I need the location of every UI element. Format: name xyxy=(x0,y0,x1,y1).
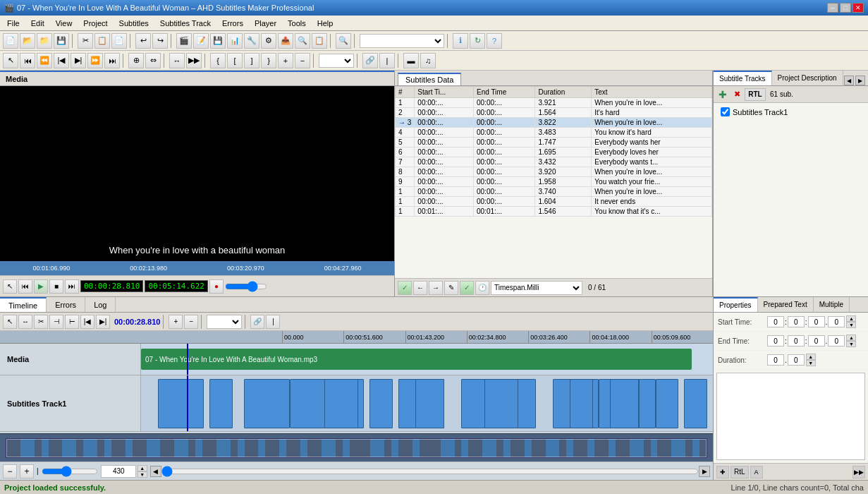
arrow-left-btn[interactable]: ← xyxy=(413,281,427,295)
table-row[interactable]: 100:00:...00:00:...3.740When you're in l… xyxy=(396,187,712,197)
sub-bar[interactable] xyxy=(209,379,232,428)
arrow-right-btn[interactable]: → xyxy=(429,281,443,295)
snap-combo[interactable] xyxy=(319,54,354,68)
tl-add-btn[interactable]: + xyxy=(169,315,183,329)
next-frame-button[interactable]: ⏭ xyxy=(104,53,120,68)
tab-multiple[interactable]: Multiple xyxy=(814,297,850,312)
restore-button[interactable]: □ xyxy=(840,3,851,13)
save-sub-button[interactable]: 💾 xyxy=(210,33,226,49)
end-ms[interactable] xyxy=(828,335,845,347)
cursor2-button[interactable]: | xyxy=(379,53,395,68)
prop-tool-1[interactable]: ✚ xyxy=(716,466,729,478)
left-point-button[interactable]: ↔ xyxy=(169,53,185,68)
track-item-1[interactable]: Subtitles Track1 xyxy=(716,106,865,118)
menu-help[interactable]: Help xyxy=(312,18,339,29)
sub-bar[interactable] xyxy=(244,379,290,428)
tl-cursor2-btn[interactable]: | xyxy=(266,315,280,329)
sub-bar[interactable] xyxy=(369,379,392,428)
table-row[interactable]: 700:00:...00:00:...3.432Everybody wants … xyxy=(396,157,712,167)
redo-button[interactable]: ↪ xyxy=(152,33,168,49)
start-up[interactable]: ▲ xyxy=(846,315,856,322)
video-btn[interactable]: ▬ xyxy=(403,53,419,68)
tab-project-description[interactable]: Project Description xyxy=(772,71,843,85)
bracket-close-button[interactable]: ] xyxy=(244,53,259,68)
brace-open-button[interactable]: { xyxy=(210,53,226,68)
dur-down[interactable]: ▼ xyxy=(806,360,816,366)
insert-sub-button[interactable]: ⊕ xyxy=(128,53,144,68)
transport-next[interactable]: ⏭ xyxy=(65,279,79,294)
menu-subtitles[interactable]: Subtitles xyxy=(114,18,154,29)
bracket-open-button[interactable]: [ xyxy=(227,53,243,68)
open2-button[interactable]: 📁 xyxy=(37,33,52,49)
transport-cursor[interactable]: ↖ xyxy=(3,279,17,294)
open-button[interactable]: 📂 xyxy=(20,33,35,49)
help-button[interactable]: ? xyxy=(487,33,502,49)
mini-timeline[interactable] xyxy=(0,433,713,462)
start-ms[interactable] xyxy=(828,316,845,327)
menu-project[interactable]: Project xyxy=(78,18,113,29)
tl-rem-btn[interactable]: − xyxy=(184,315,198,329)
sub-bar[interactable] xyxy=(684,379,707,428)
tab-timeline[interactable]: Timeline xyxy=(0,297,47,312)
rtl-prop-button[interactable]: RtL xyxy=(731,466,749,478)
dur-up[interactable]: ▲ xyxy=(806,354,816,360)
transport-prev[interactable]: ⏮ xyxy=(18,279,32,294)
cursor-tool-button[interactable]: ↖ xyxy=(3,315,17,329)
table-row[interactable]: 600:00:...00:00:...1.695Everybody loves … xyxy=(396,147,712,157)
table-row[interactable]: 800:00:...00:00:...3.920When you're in l… xyxy=(396,167,712,177)
select-tool-button[interactable]: ↔ xyxy=(18,315,32,329)
media-track-bar[interactable]: 07 - When You're In Love With A Beautifu… xyxy=(141,349,692,370)
table-row[interactable]: 200:00:...00:00:...1.564It's hard xyxy=(396,108,712,118)
format-prop-button[interactable]: A xyxy=(750,466,763,478)
scroll-slider[interactable] xyxy=(161,466,699,476)
end-button[interactable]: ▶| xyxy=(71,53,86,68)
sub-bar[interactable] xyxy=(484,379,519,428)
tab-errors[interactable]: Errors xyxy=(47,297,85,312)
table-row[interactable]: 400:00:...00:00:...3.483You know it's ha… xyxy=(396,128,712,138)
prop-expand[interactable]: ▶▶ xyxy=(852,466,865,478)
info-button[interactable]: ℹ xyxy=(453,33,468,49)
volume-slider[interactable] xyxy=(225,282,267,291)
end-m[interactable] xyxy=(788,335,805,347)
zoom-value-input[interactable] xyxy=(101,465,136,478)
sub-bar[interactable] xyxy=(570,379,592,428)
end-down[interactable]: ▼ xyxy=(846,341,856,347)
start-s[interactable] xyxy=(808,316,825,327)
track-1-checkbox[interactable] xyxy=(721,107,730,116)
tab-subtitle-tracks[interactable]: Subtitle Tracks xyxy=(714,71,772,85)
start-h[interactable] xyxy=(767,316,784,327)
sub-bar[interactable] xyxy=(639,379,656,428)
profile-combo[interactable] xyxy=(360,34,444,48)
sub-bar[interactable] xyxy=(324,379,359,428)
cursor-button[interactable]: ↖ xyxy=(3,53,18,68)
transport-record[interactable]: ● xyxy=(209,279,224,294)
transport-stop[interactable]: ■ xyxy=(49,279,63,294)
tool3-button[interactable]: ⚙ xyxy=(261,33,276,49)
scroll-left[interactable]: ◀ xyxy=(150,466,161,477)
paste-button[interactable]: 📄 xyxy=(111,33,127,49)
copy-button[interactable]: 📋 xyxy=(94,33,110,49)
tracks-nav-right[interactable]: ▶ xyxy=(855,76,865,85)
check2-btn[interactable]: ✓ xyxy=(460,281,474,295)
tab-properties[interactable]: Properties xyxy=(714,297,758,312)
add-point-button[interactable]: + xyxy=(278,53,293,68)
clock-btn[interactable]: 🕐 xyxy=(475,281,489,295)
search-button[interactable]: 🔍 xyxy=(336,33,351,49)
tool6-button[interactable]: 📋 xyxy=(312,33,327,49)
minimize-button[interactable]: ─ xyxy=(827,3,838,13)
close-button[interactable]: ✕ xyxy=(852,3,864,13)
end-s[interactable] xyxy=(808,335,825,347)
zoom-out-button[interactable]: − xyxy=(3,464,17,478)
more-button[interactable]: ▶▶ xyxy=(186,53,202,68)
table-row[interactable]: 100:00:...00:00:...1.604It never ends xyxy=(396,197,712,207)
menu-subtitles-track[interactable]: Subtitles Track xyxy=(154,18,216,29)
rtl-button[interactable]: RTL xyxy=(745,88,766,101)
start-down[interactable]: ▼ xyxy=(846,322,856,328)
zoom-slider[interactable] xyxy=(42,466,98,476)
check-btn[interactable]: ✓ xyxy=(398,281,412,295)
subtitle-content-area[interactable] xyxy=(716,373,865,460)
adjust-button[interactable]: ⇔ xyxy=(145,53,161,68)
tab-log[interactable]: Log xyxy=(85,297,116,312)
prev-frame-button[interactable]: ⏮ xyxy=(20,53,35,68)
tool1-button[interactable]: 📊 xyxy=(227,33,243,49)
